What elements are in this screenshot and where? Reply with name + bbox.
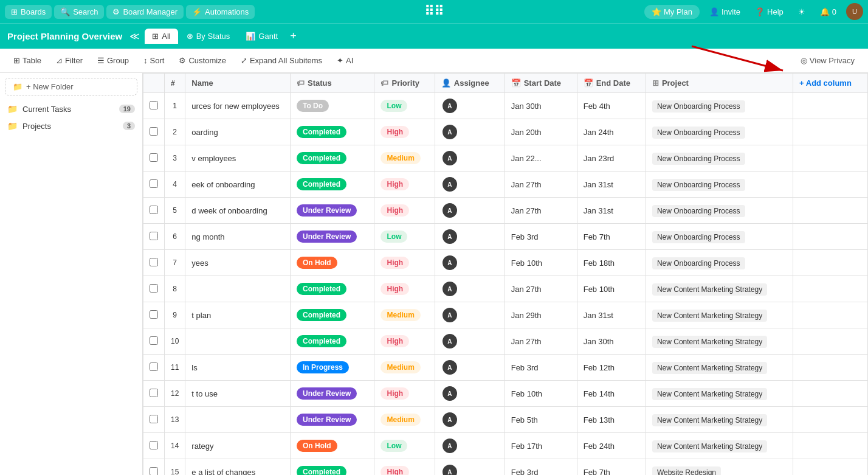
row-checkbox[interactable] [150,127,158,136]
row-checkbox[interactable] [150,336,158,345]
row-priority[interactable]: High [374,328,435,355]
table-row[interactable]: 2 oarding Completed High A Jan 20th Jan … [143,119,868,145]
row-checkbox[interactable] [150,362,158,371]
row-priority[interactable]: Medium [374,355,435,381]
row-status[interactable]: Completed [290,145,374,172]
row-checkbox[interactable] [150,232,158,240]
row-status[interactable]: Completed [290,302,374,328]
row-priority[interactable]: High [374,381,435,407]
table-row[interactable]: 4 eek of onboarding Completed High A Jan… [143,172,868,198]
row-checkbox[interactable] [150,258,158,266]
row-priority[interactable]: High [374,119,435,145]
row-status[interactable]: On Hold [290,250,374,276]
row-priority[interactable]: Medium [374,407,435,433]
project-badge: New Onboarding Process [652,231,745,243]
search-button[interactable]: 🔍 Search [54,5,104,19]
col-add-column[interactable]: + Add column [793,74,868,93]
notifications-button[interactable]: 🔔 0 [815,5,841,19]
new-folder-button[interactable]: 📁 + New Folder [5,78,137,95]
row-priority[interactable]: High [374,198,435,224]
person-plus-icon: 👤 [709,7,719,16]
row-checkbox[interactable] [150,415,158,423]
customize-button[interactable]: ⚙ Customize [173,54,232,68]
row-priority[interactable]: Medium [374,302,435,328]
row-priority[interactable]: High [374,276,435,302]
row-checkbox[interactable] [150,310,158,319]
row-checkbox[interactable] [150,101,158,109]
row-status[interactable]: In Progress [290,355,374,381]
expand-subitems-button[interactable]: ⤢ Expand All Subitems [235,54,328,68]
row-status[interactable]: To Do [290,93,374,119]
sidebar-item-current-tasks[interactable]: 📁 Current Tasks 19 [0,100,142,117]
row-status[interactable]: Under Review [290,198,374,224]
row-status[interactable]: Completed [290,328,374,355]
help-button[interactable]: ❓ Help [750,5,788,19]
my-plan-button[interactable]: ⭐ My Plan [644,5,700,19]
table-row[interactable]: 14 rategy On Hold Low A Feb 17th Feb 24t… [143,433,868,459]
add-view-button[interactable]: + [286,30,300,43]
tab-all[interactable]: ⊞ All [145,29,177,44]
theme-button[interactable]: ☀ [793,5,810,19]
row-priority[interactable]: High [374,250,435,276]
row-priority[interactable]: Medium [374,145,435,172]
table-row[interactable]: 10 Completed High A Jan 27th Jan 30th Ne… [143,328,868,355]
automations-button[interactable]: ⚡ Automations [186,5,255,19]
row-priority[interactable]: Low [374,224,435,250]
row-checkbox[interactable] [150,467,158,476]
table-row[interactable]: 3 v employees Completed Medium A Jan 22.… [143,145,868,172]
row-checkbox[interactable] [150,206,158,214]
row-assignee: A [435,302,505,328]
row-checkbox[interactable] [150,441,158,449]
boards-icon: ⊞ [11,7,18,16]
table-row[interactable]: 7 yees On Hold High A Feb 10th Feb 18th … [143,250,868,276]
table-row[interactable]: 9 t plan Completed Medium A Jan 29th Jan… [143,302,868,328]
sort-button[interactable]: ↕ Sort [137,54,170,68]
row-priority[interactable]: Low [374,433,435,459]
col-project[interactable]: ⊞Project [646,74,793,93]
col-status[interactable]: 🏷Status [290,74,374,93]
row-status[interactable]: Completed [290,172,374,198]
invite-button[interactable]: 👤 Invite [704,5,745,19]
filter-button[interactable]: ⊿ Filter [50,54,89,68]
table-row[interactable]: 5 d week of onboarding Under Review High… [143,198,868,224]
row-checkbox[interactable] [150,179,158,188]
row-priority[interactable]: High [374,459,435,476]
col-end-date[interactable]: 📅End Date [577,74,646,93]
board-manager-button[interactable]: ⚙ Board Manager [106,5,184,19]
row-status[interactable]: Completed [290,459,374,476]
row-checkbox[interactable] [150,389,158,397]
table-row[interactable]: 11 ls In Progress Medium A Feb 3rd Feb 1… [143,355,868,381]
table-row[interactable]: 15 e a list of changes Completed High A … [143,459,868,476]
row-status[interactable]: Under Review [290,381,374,407]
col-assignee[interactable]: 👤Assignee [435,74,505,93]
row-status[interactable]: Under Review [290,407,374,433]
table-button[interactable]: ⊞ Table [7,54,47,68]
row-status[interactable]: Completed [290,119,374,145]
row-assignee: A [435,407,505,433]
data-table: # Name 🏷Status 🏷Priority 👤Assignee 📅Star… [143,73,868,475]
tab-by-status[interactable]: ⊗ By Status [179,29,238,44]
table-row[interactable]: 6 ng month Under Review Low A Feb 3rd Fe… [143,224,868,250]
table-row[interactable]: 13 Under Review Medium A Feb 5th Feb 13t… [143,407,868,433]
collapse-button[interactable]: ≪ [129,30,140,42]
row-priority[interactable]: Low [374,93,435,119]
table-row[interactable]: 1 urces for new employees To Do Low A Ja… [143,93,868,119]
row-status[interactable]: Under Review [290,224,374,250]
row-number: 5 [165,198,185,224]
col-start-date[interactable]: 📅Start Date [505,74,577,93]
table-row[interactable]: 8 Completed High A Jan 27th Feb 10th New… [143,276,868,302]
row-priority[interactable]: High [374,172,435,198]
tab-gantt[interactable]: 📊 Gantt [238,29,285,44]
boards-button[interactable]: ⊞ Boards [5,5,52,19]
view-privacy-button[interactable]: ◎ View Privacy [794,54,861,68]
row-status[interactable]: Completed [290,276,374,302]
col-priority[interactable]: 🏷Priority [374,74,435,93]
ai-button[interactable]: ✦ AI [331,54,359,68]
row-status[interactable]: On Hold [290,433,374,459]
user-avatar[interactable]: U [846,3,863,20]
group-button[interactable]: ☰ Group [91,54,135,68]
row-checkbox[interactable] [150,153,158,162]
table-row[interactable]: 12 t to use Under Review High A Feb 10th… [143,381,868,407]
row-checkbox[interactable] [150,284,158,293]
sidebar-item-projects[interactable]: 📁 Projects 3 [0,117,142,134]
